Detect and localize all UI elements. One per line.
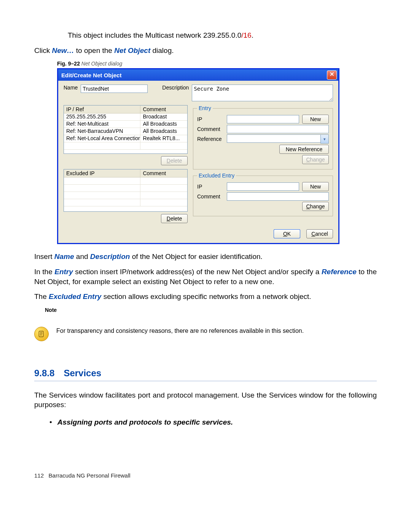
table-row[interactable] (64, 185, 187, 192)
figure-caption: Fig. 9–22 Net Object dialog (57, 61, 377, 67)
table-row[interactable]: Ref: Net-Multicast All Broadcasts (64, 121, 187, 128)
note-heading: Note (45, 307, 377, 313)
bullet-icon: • (49, 418, 52, 427)
description-label: Description (162, 85, 189, 91)
new-button[interactable]: New (302, 182, 329, 191)
close-icon[interactable]: ✕ (327, 70, 337, 80)
reference-combo[interactable]: ▾ (227, 134, 329, 144)
ip-ref-table[interactable]: IP / Ref Comment 255.255.255.255 Broadca… (64, 105, 188, 154)
reference-input[interactable] (227, 134, 320, 143)
table-row[interactable]: Ref: Net-Local Area Connection Realtek R… (64, 135, 187, 142)
page-footer: 112 Barracuda NG Personal Firewall (34, 472, 377, 479)
titlebar: Edit/Create Net Object ✕ (58, 69, 338, 81)
excluded-entry-para: The Excluded Entry section allows exclud… (34, 292, 377, 302)
note-block: For transparency and consistency reasons… (34, 327, 377, 341)
excluded-ip-table[interactable]: Excluded IP Comment (64, 169, 188, 212)
bullet-text: Assigning ports and protocols to specifi… (57, 418, 233, 427)
entry-legend: Entry (197, 105, 213, 111)
change-button[interactable]: Change (302, 155, 329, 164)
delete-button[interactable]: Delete (161, 214, 188, 223)
chevron-down-icon[interactable]: ▾ (320, 134, 329, 144)
comment-label: Comment (197, 126, 224, 132)
description-input[interactable]: Secure Zone (192, 85, 333, 101)
excluded-entry-fieldset: Excluded Entry IP New Comment Change (193, 173, 333, 216)
table-row[interactable] (64, 199, 187, 206)
services-intro-para: The Services window facilitates port and… (34, 390, 377, 410)
table-row[interactable] (64, 192, 187, 199)
delete-button[interactable]: DDeleteelete (161, 156, 188, 165)
ip-label: IP (197, 116, 224, 122)
col-excluded-ip[interactable]: Excluded IP (64, 169, 140, 177)
change-button[interactable]: Change (302, 202, 329, 211)
intro-click-new: Click New… to open the Net Object dialog… (34, 46, 377, 56)
cancel-button[interactable]: Cancel (306, 229, 333, 238)
ip-label: IP (197, 184, 224, 190)
section-title: Services (64, 368, 101, 378)
new-reference-button[interactable]: New Reference (279, 145, 329, 154)
ip-input[interactable] (227, 115, 299, 123)
reference-label: Reference (197, 136, 224, 142)
bullet-item: • Assigning ports and protocols to speci… (49, 418, 377, 427)
col-comment[interactable]: Comment (140, 105, 187, 113)
intro-multicast-line: This object includes the Multicast netwo… (34, 30, 377, 40)
insert-name-desc-para: Insert Name and Description of the Net O… (34, 252, 377, 262)
col-comment[interactable]: Comment (140, 169, 187, 177)
footer-title: Barracuda NG Personal Firewall (49, 472, 131, 479)
table-row[interactable]: 255.255.255.255 Broadcast (64, 113, 187, 121)
table-row[interactable]: Ref: Net-BarracudaVPN All Broadcasts (64, 128, 187, 135)
section-heading: 9.8.8Services (34, 368, 377, 381)
table-row[interactable] (64, 177, 187, 185)
excluded-legend: Excluded Entry (197, 173, 236, 179)
new-button[interactable]: New (302, 115, 329, 124)
name-input[interactable] (81, 85, 148, 93)
table-row[interactable] (64, 142, 187, 150)
col-ip-ref[interactable]: IP / Ref (64, 105, 140, 113)
section-number: 9.8.8 (34, 368, 54, 378)
page-number: 112 (34, 472, 44, 479)
net-object-dialog: Edit/Create Net Object ✕ Name Descriptio… (57, 68, 339, 244)
name-label: Name (64, 85, 78, 91)
note-icon (34, 327, 49, 341)
entry-para: In the Entry section insert IP/network a… (34, 267, 377, 286)
comment-input[interactable] (227, 125, 329, 133)
excluded-comment-input[interactable] (227, 192, 329, 201)
note-text: For transparency and consistency reasons… (56, 327, 304, 335)
excluded-ip-input[interactable] (227, 182, 299, 191)
ok-button[interactable]: OK (274, 229, 300, 238)
entry-fieldset: Entry IP New Comment Reference (193, 105, 333, 169)
dialog-title: Edit/Create Net Object (61, 72, 327, 78)
comment-label: Comment (197, 193, 224, 200)
